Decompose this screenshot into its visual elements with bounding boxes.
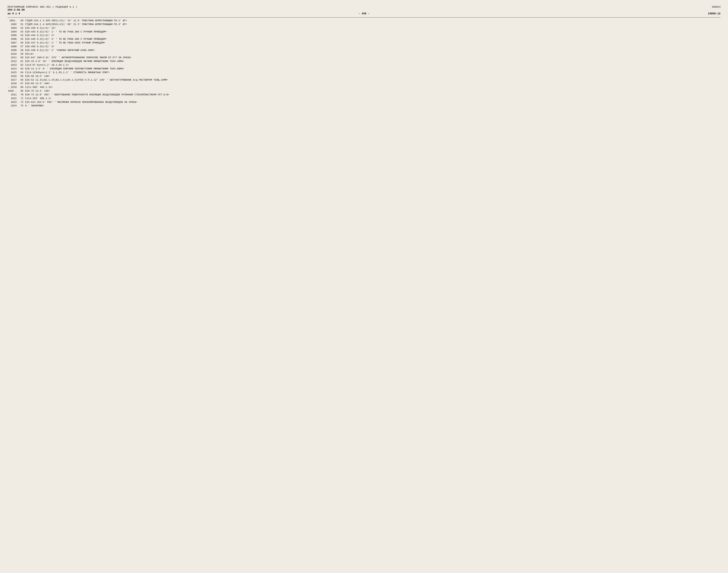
table-row: 181867Е26-69 13.5' 440• ·: [7, 82, 721, 86]
row-text: Е20-447 9.31(=3)' 1' ' ТО ЖЕ Р600.600С Р…: [25, 41, 721, 45]
table-row: 181362С114-97 Купл=1.2' 10.1.03.1.2•: [7, 63, 721, 67]
row-seq: 62: [18, 63, 25, 67]
row-text: Е15-614 164-5' 550' ' МАСЛЯНАЯ ОКРАСКА Н…: [25, 101, 721, 104]
row-id: 1815: [7, 71, 18, 74]
row-text: Е20-449 9.21(=3)' 2' 'КЛАПАН ОБРАТНЫЙ К4…: [25, 49, 721, 52]
row-text: Е26-73 13.9' 303' ' ОБЕРТЫВАНИЕ ПОВЕРХНО…: [25, 93, 721, 97]
row-id: 1812: [7, 60, 18, 63]
row-text: СТДОП.3#4.1 4.3#П(2853(=21)' 60' 21.5' П…: [25, 23, 721, 26]
row-text: Е26-76 14.2' 140•: [25, 89, 721, 93]
row-id: 1810: [7, 52, 18, 56]
row-seq: 60: [18, 56, 25, 59]
sub-center: - 439 -: [20, 12, 708, 15]
row-seq: 55: [18, 38, 25, 41]
row-id: 1817: [7, 79, 18, 82]
row-seq: 65: [18, 75, 25, 78]
row-id: 1818: [7, 82, 18, 86]
row-text: Е26-69 13.5' 440• ·: [25, 82, 721, 86]
table-row: 181160Е15-647 166+3-31' 370' ' АНТИКОРРО…: [7, 56, 721, 59]
row-seq: 61: [18, 60, 25, 63]
row-text: С114-193' 300.1.1•: [25, 97, 721, 100]
row-seq: 63: [18, 67, 25, 71]
table-row: 181463Е26-13 3-4' 9' ' ИЗОЛЯЦИЯ ПЛИТАМИ …: [7, 67, 721, 71]
row-text: Е20-446 9.21(=3)' 4' ' ТО ЖЕ Р600.400 С …: [25, 38, 721, 41]
row-text: Е15-647 166+3-31' 370' ' АНТИКОРРОЗИАННО…: [25, 56, 721, 59]
row-seq: 68: [18, 86, 25, 89]
program-title: ПРОГРАММНЫЙ КОМПЛЕКС АВС-ЭЕС ( РЕДАКЦИЯ …: [7, 6, 77, 8]
row-seq: 64: [18, 71, 25, 74]
row-seq: 66: [18, 79, 25, 82]
header-left: ПРОГРАММНЫЙ КОМПЛЕКС АВС-ЭЕС ( РЕДАКЦИЯ …: [7, 6, 77, 11]
row-seq: 57: [18, 45, 25, 49]
table-row: 180453Е20-443 9.21(=3)' 1' ' ТО ЖЕ Р400.…: [7, 30, 721, 34]
table-row: 182170Е26-73 13.9' 303' ' ОБЕРТЫВАНИЕ ПО…: [7, 93, 721, 97]
row-id: 1816: [7, 75, 18, 78]
row-seq: 50: [18, 19, 25, 22]
table-row: 182372Е15-614 164-5' 550' ' МАСЛЯНАЯ ОКР…: [7, 101, 721, 104]
row-seq: 70: [18, 93, 25, 97]
sub-right: 24866-12: [708, 12, 721, 15]
row-text: С111-368' 440.1.15•: [25, 86, 721, 89]
table-row: 180756Е20-447 9.31(=3)' 1' ' ТО ЖЕ Р600.…: [7, 41, 721, 45]
row-seq: 54: [18, 34, 25, 37]
row-id: 1813: [7, 63, 18, 67]
row-id: 1823: [7, 101, 18, 104]
row-seq: 73: [18, 104, 25, 108]
row-text: С114-97 Купл=1.2' 10.1.03.1.2•: [25, 63, 721, 67]
table-row: 181059Н21=8•: [7, 52, 721, 56]
table-row: 181564С114-123#Купл=1.2' 9.1.03.1.2' ' С…: [7, 71, 721, 74]
table-row: 182271С114-193' 300.1.1•: [7, 97, 721, 100]
row-id: 1820 .: [7, 89, 18, 93]
row-seq: 58: [18, 49, 25, 52]
row-id: 1824: [7, 104, 18, 108]
row-id: 1803: [7, 27, 18, 30]
row-id: 1809: [7, 49, 18, 52]
row-id: 1801.: [7, 19, 18, 22]
row-text: Е20-450 9.31(=3)' 3•: [25, 45, 721, 49]
header-right: 309823: [712, 6, 721, 8]
row-id: 1807: [7, 41, 18, 45]
row-id: 1805: [7, 34, 18, 37]
row-text: Е26-52 11.31(А2.1.3Т(А3.1.5)(А4.1.5)#ТЕХ…: [25, 79, 721, 82]
row-text: С114-123#Купл=1.2' 9.1.03.1.2' ' СТОИМОС…: [25, 71, 721, 74]
row-text: Е20-444 9.21(=3)' 2•: [25, 34, 721, 37]
row-id: - 1819: [7, 86, 18, 89]
row-seq: 67: [18, 82, 25, 86]
table-row: 1801.50СТДОП.3#4.1 4.3#П.2851(=21)' 24' …: [7, 19, 721, 22]
row-seq: 51: [18, 23, 25, 26]
table-row: 1820 .69Е26-76 14.2' 140•: [7, 89, 721, 93]
row-seq: 72: [18, 101, 25, 104]
row-text: Е20-443 9.21(=3)' 1' ' ТО ЖЕ Р400.300 С …: [25, 30, 721, 34]
row-id: 1808: [7, 45, 18, 49]
table-row: 180655Е20-446 9.21(=3)' 4' ' ТО ЖЕ Р600.…: [7, 38, 721, 41]
row-text: Е20-438 9.11(=3)' 22•: [25, 27, 721, 30]
sub-left: аи 9 z 4: [7, 12, 20, 15]
data-table: 1801.50СТДОП.3#4.1 4.3#П.2851(=21)' 24' …: [7, 19, 721, 108]
row-id: 1806: [7, 38, 18, 41]
table-row: 181261Е26-19 4-6' 10' ' ИЗОЛЯЦИЯ ВОЗДУХО…: [7, 60, 721, 63]
row-id: 1804: [7, 30, 18, 34]
table-row: 182473К.' ЗАХАРОВА•: [7, 104, 721, 108]
row-seq: 52: [18, 27, 25, 30]
table-row: 180352Е20-438 9.11(=3)' 22•: [7, 27, 721, 30]
doc-ref: 294-3-56.90: [7, 8, 77, 11]
header-top: ПРОГРАММНЫЙ КОМПЛЕКС АВС-ЭЕС ( РЕДАКЦИЯ …: [7, 6, 721, 11]
row-id: 1811: [7, 56, 18, 59]
row-id: 1822: [7, 97, 18, 100]
row-text: СТДОП.3#4.1 4.3#П.2851(=21)' 24' 12.6' П…: [25, 19, 721, 22]
sub-header: аи 9 z 4 - 439 - 24866-12: [7, 12, 721, 15]
row-seq: 71: [18, 97, 25, 100]
row-id: 1821: [7, 93, 18, 97]
row-seq: 69: [18, 89, 25, 93]
table-row: 180857Е20-450 9.31(=3)' 3•: [7, 45, 721, 49]
table-row: 181665Е26-58 10.5' 140•: [7, 75, 721, 78]
row-id: 1802: [7, 23, 18, 26]
table-row: 180958Е20-449 9.21(=3)' 2' 'КЛАПАН ОБРАТ…: [7, 49, 721, 52]
table-row: 180251СТДОП.3#4.1 4.3#П(2853(=21)' 60' 2…: [7, 23, 721, 26]
table-row: - 181968С111-368' 440.1.15•: [7, 86, 721, 89]
row-text: Е26-19 4-6' 10' ' ИЗОЛЯЦИЯ ВОЗДУХОВОДОВ …: [25, 60, 721, 63]
page-container: ПРОГРАММНЫЙ КОМПЛЕКС АВС-ЭЕС ( РЕДАКЦИЯ …: [7, 6, 721, 108]
table-row: 180554Е20-444 9.21(=3)' 2•: [7, 34, 721, 37]
table-row: 181766Е26-52 11.31(А2.1.3Т(А3.1.5)(А4.1.…: [7, 79, 721, 82]
row-text: Н21=8•: [25, 52, 721, 56]
